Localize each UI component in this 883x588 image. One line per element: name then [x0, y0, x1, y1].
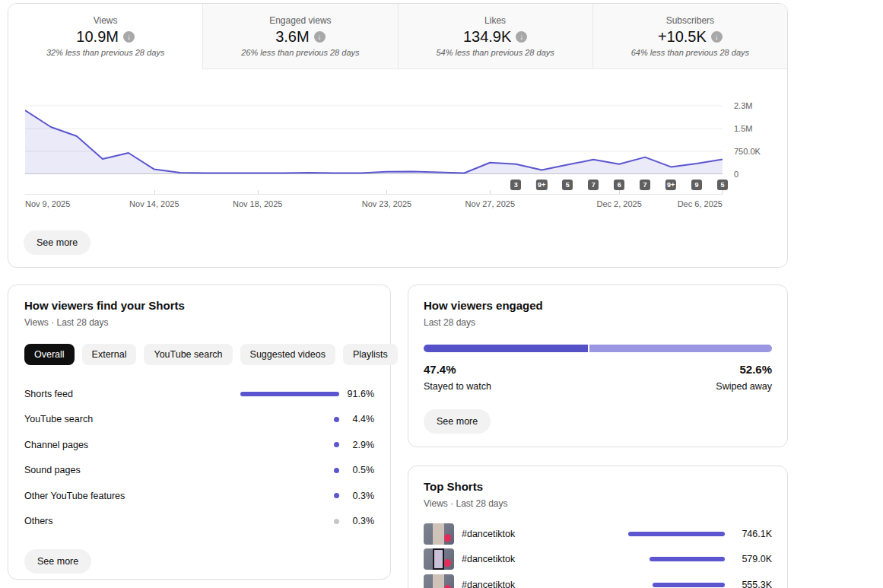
traffic-row[interactable]: Sound pages 0.5%: [24, 458, 374, 484]
date-label: Nov 18, 2025: [233, 199, 282, 208]
published-videos-badge[interactable]: 5: [717, 180, 728, 190]
published-videos-badge[interactable]: 3: [510, 180, 521, 190]
traffic-source-label: YouTube search: [24, 414, 240, 424]
published-videos-badge[interactable]: 6: [614, 180, 624, 190]
views-bar: [626, 583, 725, 587]
stayed-segment: [424, 345, 588, 352]
short-title: #dancetiktok: [462, 580, 618, 588]
short-row[interactable]: #dancetiktok 579.0K: [424, 547, 772, 573]
traffic-bar: [240, 417, 339, 422]
traffic-value: 0.5%: [339, 465, 374, 475]
traffic-bar-fill: [240, 392, 339, 396]
short-row[interactable]: #dancetiktok 746.1K: [424, 521, 772, 547]
tiktok-icon: [443, 533, 452, 542]
date-label: Nov 23, 2025: [362, 199, 411, 208]
traffic-row[interactable]: Shorts feed 91.6%: [24, 381, 374, 407]
metric-value: 10.9M: [76, 28, 119, 46]
tiktok-icon: [443, 584, 452, 588]
metric-label: Engaged views: [269, 15, 331, 26]
traffic-dot: [334, 442, 339, 447]
y-axis-label: 1.5M: [734, 124, 752, 133]
metric-delta: 26% less than previous 28 days: [241, 48, 359, 57]
date-label: Nov 27, 2025: [465, 199, 515, 208]
short-thumbnail[interactable]: [424, 523, 454, 545]
views-bar-fill: [650, 557, 725, 561]
traffic-value: 0.3%: [339, 491, 374, 501]
metric-label: Subscribers: [666, 15, 714, 26]
metric-tab-subscribers[interactable]: Subscribers +10.5K ↓ 64% less than previ…: [592, 4, 787, 69]
traffic-dot: [334, 417, 339, 422]
short-title: #dancetiktok: [462, 529, 618, 539]
published-videos-badge[interactable]: 7: [588, 180, 599, 190]
thumbnail-subject: [433, 548, 444, 570]
traffic-bar: [240, 392, 339, 396]
chip-external[interactable]: External: [82, 344, 137, 365]
traffic-source-label: Shorts feed: [24, 389, 240, 399]
chip-overall[interactable]: Overall: [24, 344, 75, 365]
traffic-source-label: Sound pages: [24, 465, 240, 475]
down-arrow-icon: ↓: [711, 31, 723, 43]
card-title: How viewers engaged: [424, 299, 772, 312]
traffic-row[interactable]: Other YouTube features 0.3%: [24, 483, 374, 509]
see-more-button[interactable]: See more: [424, 409, 491, 434]
traffic-rows: Shorts feed 91.6% YouTube search 4.4% Ch…: [24, 381, 374, 534]
y-axis-label: 2.3M: [734, 101, 752, 110]
date-label: Dec 2, 2025: [596, 199, 641, 208]
views-value: 579.0K: [732, 554, 772, 564]
metric-tabs: Views 10.9M ↓ 32% less than previous 28 …: [8, 4, 787, 69]
swiped-segment: [589, 345, 772, 352]
metric-value: 134.9K: [463, 28, 511, 46]
published-videos-badge[interactable]: 7: [640, 180, 650, 190]
traffic-row[interactable]: Others 0.3%: [24, 509, 374, 535]
views-value: 746.1K: [732, 529, 772, 539]
viewer-engagement-card: How viewers engaged Last 28 days 47.4% 5…: [408, 284, 788, 447]
thumbnail-subject: [433, 523, 444, 545]
traffic-dot: [334, 519, 339, 524]
short-row[interactable]: #dancetiktok 555.3K: [424, 572, 772, 588]
date-label: Dec 6, 2025: [678, 199, 723, 208]
metric-tab-views[interactable]: Views 10.9M ↓ 32% less than previous 28 …: [8, 4, 202, 69]
published-videos-badge[interactable]: 9: [691, 180, 702, 190]
stayed-label: Stayed to watch: [424, 381, 491, 392]
shorts-analytics-card: Views 10.9M ↓ 32% less than previous 28 …: [8, 3, 788, 268]
date-label: Nov 14, 2025: [129, 199, 179, 208]
down-arrow-icon: ↓: [123, 31, 135, 43]
traffic-source-label: Other YouTube features: [24, 491, 240, 501]
swiped-label: Swiped away: [716, 381, 772, 392]
traffic-value: 4.4%: [339, 414, 374, 424]
short-thumbnail[interactable]: [424, 574, 454, 588]
y-axis-label: 0: [734, 170, 738, 179]
short-thumbnail[interactable]: [424, 548, 454, 570]
date-label: Nov 9, 2025: [25, 199, 70, 208]
published-videos-badge[interactable]: 9+: [536, 180, 547, 190]
metric-value: +10.5K: [658, 28, 707, 46]
down-arrow-icon: ↓: [516, 31, 527, 43]
chip-youtube-search[interactable]: YouTube search: [144, 344, 232, 365]
traffic-bar: [240, 468, 339, 473]
metric-value: 3.6M: [275, 28, 309, 46]
see-more-button[interactable]: See more: [24, 549, 91, 574]
traffic-row[interactable]: YouTube search 4.4%: [24, 407, 374, 433]
card-title: Top Shorts: [424, 480, 772, 493]
engagement-stacked-bar: [424, 345, 772, 352]
traffic-bar: [240, 493, 339, 498]
views-area-chart-svg[interactable]: [25, 99, 723, 174]
x-axis-tick: [154, 190, 155, 194]
views-bar: [626, 557, 725, 561]
views-bar: [626, 532, 725, 536]
published-videos-badge[interactable]: 9+: [665, 180, 676, 190]
chip-suggested-videos[interactable]: Suggested videos: [240, 344, 335, 365]
traffic-source-label: Others: [24, 516, 240, 526]
metric-tab-engaged-views[interactable]: Engaged views 3.6M ↓ 26% less than previ…: [202, 4, 397, 69]
x-axis-tick: [723, 190, 723, 194]
see-more-button[interactable]: See more: [24, 230, 91, 255]
traffic-bar: [240, 519, 339, 524]
published-videos-badge[interactable]: 5: [562, 180, 573, 190]
top-shorts-rows: #dancetiktok 746.1K #dancetiktok 579.0K …: [424, 521, 772, 588]
views-area-chart[interactable]: [25, 99, 723, 174]
card-subtitle: Last 28 days: [424, 317, 772, 328]
chip-playlists[interactable]: Playlists: [343, 344, 398, 365]
metric-tab-likes[interactable]: Likes 134.9K ↓ 54% less than previous 28…: [398, 4, 592, 69]
traffic-value: 0.3%: [339, 516, 374, 526]
traffic-row[interactable]: Channel pages 2.9%: [24, 432, 374, 458]
